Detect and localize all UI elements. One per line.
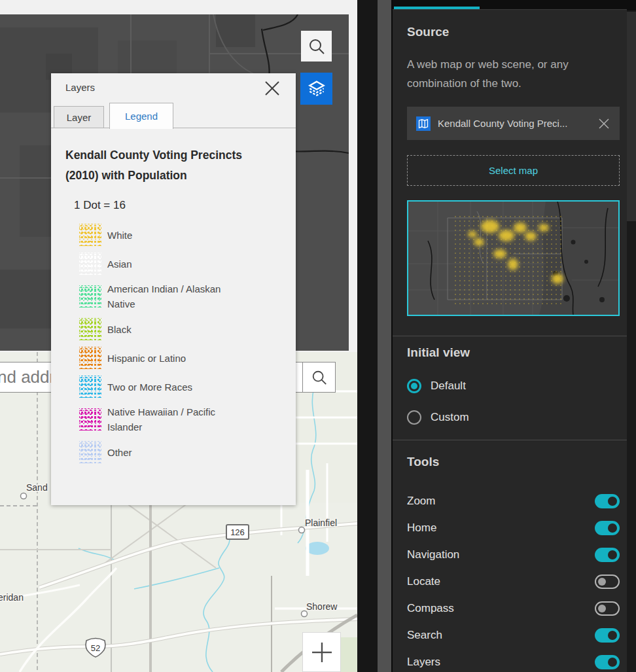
- select-map-button[interactable]: Select map: [407, 155, 620, 186]
- scrollbar-cap: [627, 0, 636, 10]
- legend-list: White Asian American Indian / Alaskan Na…: [79, 224, 275, 470]
- tool-row-layers: Layers: [407, 648, 620, 672]
- layers-panel: Layers Layer Legend Kendall County Votin…: [51, 73, 296, 505]
- toggle-locate[interactable]: [595, 575, 620, 589]
- tool-row-zoom: Zoom: [407, 487, 620, 514]
- webmap-thumbnail-art: [408, 202, 618, 315]
- route-shield-126: 126: [226, 525, 249, 539]
- tool-label: Zoom: [407, 495, 435, 508]
- legend-swatch-american-indian: [79, 285, 101, 308]
- legend-label: Hispanic or Latino: [107, 351, 186, 366]
- source-description: A web map or web scene, or any combinati…: [407, 55, 582, 93]
- map-layers-button[interactable]: [300, 73, 332, 105]
- tool-row-compass: Compass: [407, 595, 620, 622]
- legend-swatch-hispanic: [79, 347, 101, 369]
- tool-row-locate: Locate: [407, 568, 620, 595]
- source-heading: Source: [407, 25, 449, 39]
- initial-view-option-custom[interactable]: Custom: [407, 410, 469, 425]
- legend-label: Asian: [107, 256, 132, 272]
- tool-label: Layers: [407, 656, 440, 669]
- legend-swatch-two-or-more: [79, 376, 101, 398]
- plus-icon: [311, 641, 333, 663]
- radio-default[interactable]: [407, 379, 421, 393]
- legend-layer-title: Kendall County Voting Precincts (2010) w…: [65, 145, 268, 186]
- legend-item: Black: [79, 318, 275, 340]
- legend-swatch-asian: [79, 253, 101, 275]
- tool-label: Search: [407, 629, 442, 642]
- section-divider: [393, 440, 627, 440]
- tools-list: Zoom Home Navigation Locate Compass Sear…: [407, 487, 620, 672]
- webmap-thumbnail[interactable]: [407, 200, 620, 316]
- radio-custom[interactable]: [407, 410, 421, 425]
- map-label-plainfiel: Plainfiel: [305, 518, 337, 528]
- legend-swatch-white: [79, 224, 101, 246]
- legend-dot-ratio: 1 Dot = 16: [74, 199, 126, 212]
- search-icon: [311, 369, 328, 386]
- webmap-chip-label: Kendall County Voting Preci...: [438, 118, 597, 129]
- legend-item: Native Hawaiian / Pacific Islander: [79, 404, 275, 434]
- tool-label: Compass: [407, 602, 454, 615]
- pane-divider-handle[interactable]: [378, 0, 391, 672]
- toggle-zoom[interactable]: [595, 494, 620, 508]
- scrollbar-thumb[interactable]: [627, 12, 636, 221]
- city-marker-sandwich: [21, 493, 27, 499]
- legend-item: Asian: [79, 253, 275, 275]
- legend-swatch-black: [79, 318, 101, 340]
- search-icon: [308, 37, 326, 56]
- layers-panel-tabs: Layer Legend: [51, 103, 296, 128]
- map-settings-panel: Source A web map or web scene, or any co…: [393, 0, 627, 672]
- active-tab-underline[interactable]: [394, 7, 480, 9]
- layers-panel-close-button[interactable]: [263, 79, 281, 97]
- tool-row-search: Search: [407, 622, 620, 648]
- tab-layer[interactable]: Layer: [54, 106, 104, 128]
- legend-label: Other: [107, 445, 132, 460]
- address-search-button[interactable]: [302, 362, 336, 393]
- tab-legend[interactable]: Legend: [109, 103, 173, 129]
- legend-item: White: [79, 224, 275, 246]
- map-search-button[interactable]: [301, 31, 332, 62]
- legend-swatch-other: [79, 441, 101, 463]
- map-preview-pane: Sand Plainfiel eridan Shorew 126 52: [0, 0, 357, 672]
- legend-label: Two or More Races: [107, 380, 192, 395]
- legend-item: Two or More Races: [79, 376, 275, 398]
- initial-view-heading: Initial view: [407, 345, 470, 360]
- tool-row-navigation: Navigation: [407, 541, 620, 568]
- map-label-sand: Sand: [26, 482, 48, 493]
- legend-item: Other: [79, 441, 275, 463]
- webmap-chip-remove-button[interactable]: [597, 117, 610, 130]
- section-divider: [393, 336, 627, 336]
- legend-label: Native Hawaiian / Pacific Islander: [107, 404, 238, 434]
- selected-webmap-chip[interactable]: Kendall County Voting Preci...: [407, 107, 620, 140]
- close-icon: [264, 80, 281, 97]
- toggle-navigation[interactable]: [595, 548, 620, 562]
- tool-row-home: Home: [407, 514, 620, 541]
- pane-gap: [357, 0, 378, 672]
- toggle-compass[interactable]: [595, 601, 620, 616]
- legend-item: Hispanic or Latino: [79, 347, 275, 369]
- initial-view-option-default[interactable]: Default: [407, 378, 466, 394]
- svg-text:126: 126: [230, 527, 245, 537]
- close-icon: [598, 118, 610, 130]
- webmap-icon: [416, 116, 431, 131]
- tool-label: Navigation: [407, 548, 459, 561]
- layers-panel-header: Layers: [51, 73, 296, 103]
- zoom-in-button[interactable]: [302, 632, 341, 672]
- svg-text:52: 52: [91, 643, 100, 653]
- legend-label: White: [107, 228, 132, 243]
- city-marker-plainfield: [299, 527, 305, 533]
- tool-label: Home: [407, 522, 436, 535]
- radio-default-label: Default: [431, 380, 466, 393]
- legend-content: Kendall County Voting Precincts (2010) w…: [51, 129, 296, 505]
- settings-tabbar-clipped: [393, 0, 627, 10]
- toggle-layers[interactable]: [595, 655, 620, 669]
- layers-panel-title: Layers: [65, 82, 95, 93]
- legend-swatch-native-hawaiian: [79, 408, 101, 431]
- map-label-shorew: Shorew: [306, 601, 338, 612]
- app-window: Sand Plainfiel eridan Shorew 126 52: [0, 0, 636, 672]
- toggle-home[interactable]: [595, 521, 620, 535]
- layers-stack-icon: [306, 79, 327, 99]
- toggle-search[interactable]: [595, 628, 620, 643]
- panel-scrollbar[interactable]: [627, 0, 636, 672]
- tool-label: Locate: [407, 575, 440, 588]
- legend-label: American Indian / Alaskan Native: [107, 281, 238, 311]
